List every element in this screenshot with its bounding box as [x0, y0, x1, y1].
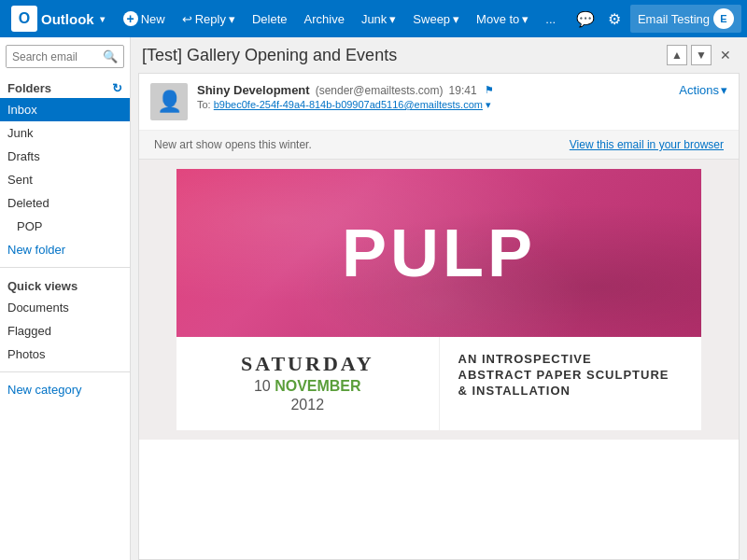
- sidebar-item-new-folder[interactable]: New folder: [0, 238, 130, 261]
- sidebar-item-photos[interactable]: Photos: [0, 343, 130, 366]
- sidebar-item-documents[interactable]: Documents: [0, 296, 130, 319]
- sweep-chevron-icon: ▾: [453, 12, 459, 26]
- sidebar-item-junk[interactable]: Junk: [0, 121, 130, 145]
- sidebar: 🔍 Folders ↻ Inbox Junk Drafts Sent Delet…: [0, 37, 131, 560]
- close-email-button[interactable]: ✕: [715, 45, 736, 65]
- month-label: NOVEMBER: [275, 378, 360, 394]
- toolbar: O Outlook ▾ + New ↩ Reply ▾ Delete Archi…: [0, 0, 747, 37]
- app-name: Outlook: [41, 11, 94, 27]
- refresh-icon[interactable]: ↻: [112, 81, 122, 95]
- person-icon: 👤: [157, 90, 182, 114]
- new-button[interactable]: + New: [116, 7, 173, 30]
- prev-email-button[interactable]: ▲: [667, 45, 687, 65]
- sidebar-item-deleted[interactable]: Deleted: [0, 191, 130, 215]
- email-nav-buttons: ▲ ▼ ✕: [667, 45, 736, 65]
- down-arrow-icon: ▼: [696, 49, 707, 62]
- email-subject: [Test] Gallery Opening and Events: [142, 46, 397, 65]
- avatar: E: [713, 8, 734, 29]
- junk-button[interactable]: Junk ▾: [354, 8, 403, 30]
- user-account-button[interactable]: Email Testing E: [630, 5, 741, 33]
- folders-section-header: Folders ↻: [0, 76, 130, 98]
- to-address-link[interactable]: b9bec0fe-254f-49a4-814b-b09907ad5116@ema…: [214, 99, 483, 110]
- email-preheader: New art show opens this winter. View thi…: [139, 131, 739, 160]
- day-of-week: SATURDAY: [195, 352, 420, 376]
- sidebar-item-new-category[interactable]: New category: [0, 378, 130, 401]
- sender-row: 👤 Shiny Development (sender@emailtests.c…: [139, 74, 739, 131]
- app-logo[interactable]: O Outlook ▾: [6, 6, 110, 32]
- date-full: 10 NOVEMBER: [195, 378, 420, 395]
- sender-info: Shiny Development (sender@emailtests.com…: [197, 83, 679, 111]
- logo-icon: O: [11, 6, 37, 32]
- actions-button[interactable]: Actions ▾: [679, 83, 727, 97]
- toolbar-right: 💬 ⚙ Email Testing E: [572, 5, 741, 33]
- year-label: 2012: [195, 397, 420, 413]
- next-email-button[interactable]: ▼: [691, 45, 712, 65]
- sender-name-row: Shiny Development (sender@emailtests.com…: [197, 83, 679, 97]
- chat-icon-button[interactable]: 💬: [572, 7, 599, 32]
- logo-letter: O: [19, 10, 30, 27]
- reply-icon: ↩: [182, 12, 192, 26]
- sender-name: Shiny Development: [197, 83, 310, 97]
- search-box[interactable]: 🔍: [6, 45, 124, 68]
- move-to-button[interactable]: Move to ▾: [469, 8, 536, 30]
- sidebar-item-inbox[interactable]: Inbox: [0, 98, 130, 121]
- actions-chevron-icon: ▾: [721, 83, 727, 97]
- archive-button[interactable]: Archive: [297, 8, 352, 30]
- email-content: PULP SATURDAY 10 NOVEMBER 2012: [139, 160, 739, 440]
- reply-chevron-icon: ▾: [229, 12, 235, 26]
- email-body: New art show opens this winter. View thi…: [139, 131, 739, 440]
- event-description: AN INTROSPECTIVEABSTRACT PAPER SCULPTURE…: [440, 337, 702, 430]
- up-arrow-icon: ▲: [671, 49, 683, 62]
- search-input[interactable]: [7, 47, 97, 67]
- email-message: 👤 Shiny Development (sender@emailtests.c…: [138, 73, 740, 560]
- email-header-bar: [Test] Gallery Opening and Events ▲ ▼ ✕: [131, 37, 747, 73]
- event-title: AN INTROSPECTIVEABSTRACT PAPER SCULPTURE…: [458, 352, 684, 399]
- sweep-button[interactable]: Sweep ▾: [405, 8, 467, 30]
- pulp-banner: PULP: [176, 169, 701, 337]
- sidebar-divider: [0, 267, 130, 268]
- sidebar-item-sent[interactable]: Sent: [0, 168, 130, 191]
- pulp-title: PULP: [342, 215, 536, 291]
- app-chevron-icon[interactable]: ▾: [100, 14, 105, 24]
- sidebar-item-flagged[interactable]: Flagged: [0, 319, 130, 343]
- view-in-browser-link[interactable]: View this email in your browser: [570, 138, 724, 151]
- sender-to-row: To: b9bec0fe-254f-49a4-814b-b09907ad5116…: [197, 99, 679, 111]
- main-layout: 🔍 Folders ↻ Inbox Junk Drafts Sent Delet…: [0, 37, 747, 560]
- moveto-chevron-icon: ▾: [522, 12, 529, 26]
- event-date: SATURDAY 10 NOVEMBER 2012: [176, 337, 440, 430]
- sidebar-divider-2: [0, 371, 130, 372]
- sender-avatar: 👤: [150, 83, 188, 120]
- reply-button[interactable]: ↩ Reply ▾: [175, 8, 243, 30]
- expand-icon[interactable]: ▾: [486, 99, 491, 110]
- email-pane: [Test] Gallery Opening and Events ▲ ▼ ✕ …: [131, 37, 747, 560]
- sidebar-item-drafts[interactable]: Drafts: [0, 145, 130, 168]
- sender-email: (sender@emailtests.com): [316, 84, 444, 97]
- delete-button[interactable]: Delete: [245, 8, 295, 30]
- event-details: SATURDAY 10 NOVEMBER 2012 AN INTROSPECTI…: [176, 337, 701, 430]
- sidebar-item-pop[interactable]: POP: [0, 215, 130, 238]
- more-button[interactable]: ...: [538, 8, 563, 30]
- send-time: 19:41: [449, 84, 477, 97]
- search-icon[interactable]: 🔍: [97, 46, 123, 67]
- close-icon: ✕: [720, 48, 731, 63]
- plus-icon: +: [123, 11, 138, 26]
- junk-chevron-icon: ▾: [389, 12, 396, 26]
- flag-icon: ⚑: [485, 84, 494, 96]
- quick-views-header: Quick views: [0, 273, 130, 296]
- settings-icon-button[interactable]: ⚙: [604, 7, 625, 32]
